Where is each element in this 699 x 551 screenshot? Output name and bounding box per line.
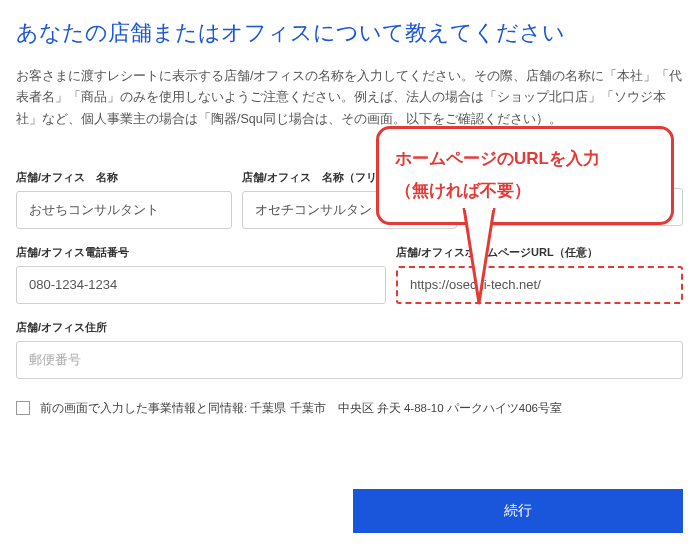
name-label: 店舗/オフィス 名称	[16, 170, 232, 185]
annotation-callout: ホームページのURLを入力 （無ければ不要）	[376, 126, 674, 225]
same-info-checkbox[interactable]	[16, 401, 30, 415]
page-description: お客さまに渡すレシートに表示する店舗/オフィスの名称を入力してください。その際、…	[16, 66, 683, 130]
same-info-label: 前の画面で入力した事業情報と同情報: 千葉県 千葉市 中央区 弁天 4-88-1…	[40, 401, 562, 416]
phone-input[interactable]	[16, 266, 386, 304]
continue-button[interactable]: 続行	[353, 489, 683, 533]
page-title: あなたの店舗またはオフィスについて教えてください	[16, 18, 683, 48]
url-label: 店舗/オフィスホームページURL（任意）	[396, 245, 683, 260]
address-label: 店舗/オフィス住所	[16, 320, 683, 335]
callout-line2: （無ければ不要）	[395, 181, 531, 200]
name-input[interactable]	[16, 191, 232, 229]
callout-line1: ホームページのURLを入力	[395, 149, 600, 168]
postal-input[interactable]	[16, 341, 683, 379]
url-input[interactable]	[396, 266, 683, 304]
phone-label: 店舗/オフィス電話番号	[16, 245, 386, 260]
